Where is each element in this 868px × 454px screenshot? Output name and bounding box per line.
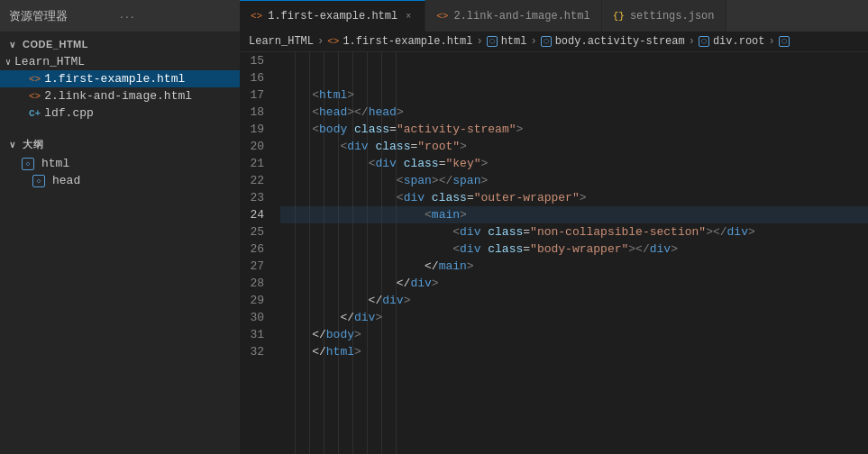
tab-icon-html: <> <box>251 11 262 22</box>
sidebar-group-header[interactable]: ∨ Learn_HTML <box>0 53 240 70</box>
line-number: 20 <box>240 138 271 155</box>
tab-label: settings.json <box>630 10 715 23</box>
tab-tab2[interactable]: <>2.link-and-image.html <box>425 0 601 32</box>
line-number: 32 <box>240 343 271 360</box>
code-line: </body> <box>280 326 868 343</box>
line-number: 17 <box>240 86 271 104</box>
code-line: <body class="activity-stream"> <box>280 121 868 138</box>
tab-bar: <>1.first-example.html×<>2.link-and-imag… <box>240 0 868 32</box>
code-line: </div> <box>280 309 868 326</box>
outline-section: ∨ 大纲 ◇ html ◇ head <box>0 131 240 189</box>
outline-item-head[interactable]: ◇ head <box>0 172 240 189</box>
sidebar: ∨ CODE_HTML ∨ Learn_HTML <> 1.first-exam… <box>0 32 240 454</box>
line-number: 16 <box>240 69 271 86</box>
code-line: <main> <box>280 206 868 223</box>
code-line: </div> <box>280 275 868 292</box>
tab-label: 1.first-example.html <box>268 10 397 23</box>
outline-title-label: 大纲 <box>23 139 43 150</box>
explorer-title-area: 资源管理器 ··· <box>0 8 240 24</box>
code-line: <span></span> <box>280 172 868 189</box>
code-content[interactable]: <html> <head></head> <body class="activi… <box>280 52 868 454</box>
main-area: ∨ CODE_HTML ∨ Learn_HTML <> 1.first-exam… <box>0 32 868 454</box>
outline-item-html[interactable]: ◇ html <box>0 155 240 172</box>
code-line <box>280 69 868 86</box>
tab-label: 2.link-and-image.html <box>453 10 589 23</box>
line-number: 18 <box>240 104 271 121</box>
breadcrumb-tag-icon: ⬡ <box>779 36 790 47</box>
html-file-icon: <> <box>29 74 41 85</box>
breadcrumb-sep: › <box>689 35 695 48</box>
code-line: <div class="root"> <box>280 138 868 155</box>
sidebar-group-label: Learn_HTML <box>14 55 85 68</box>
outline-item-label: head <box>52 174 80 187</box>
code-line <box>280 52 868 69</box>
sidebar-item-label: 1.first-example.html <box>44 72 185 86</box>
breadcrumb-html-icon: <> <box>327 36 339 47</box>
code-line: <head></head> <box>280 104 868 121</box>
tab-close-button[interactable]: × <box>403 11 414 23</box>
line-number: 25 <box>240 223 271 241</box>
breadcrumb-sep: › <box>317 35 324 48</box>
line-numbers: 151617181920212223242526272829303132 <box>240 52 280 454</box>
code-line: <html> <box>280 86 868 104</box>
code-line: <div class="outer-wrapper"> <box>280 189 868 206</box>
line-number: 19 <box>240 121 271 138</box>
sidebar-item-label: ldf.cpp <box>44 106 94 120</box>
line-number: 30 <box>240 309 271 326</box>
code-line: <div class="body-wrapper"></div> <box>280 241 868 258</box>
tab-tab3[interactable]: {}settings.json <box>602 0 726 32</box>
outline-title: ∨ 大纲 <box>0 131 240 155</box>
tab-tab1[interactable]: <>1.first-example.html× <box>240 0 425 32</box>
chevron-down-icon: ∨ <box>5 57 11 68</box>
breadcrumb-sep: › <box>769 35 775 48</box>
editor-area: Learn_HTML › <> 1.first-example.html › ⬡… <box>240 32 868 454</box>
line-number: 29 <box>240 292 271 309</box>
sidebar-section-title: ∨ CODE_HTML <box>0 32 240 53</box>
line-number: 24 <box>240 206 271 223</box>
sidebar-item-first-example[interactable]: <> 1.first-example.html <box>0 70 240 87</box>
title-bar: 资源管理器 ··· <>1.first-example.html×<>2.lin… <box>0 0 868 32</box>
sidebar-group-learn-html[interactable]: ∨ Learn_HTML <> 1.first-example.html <> … <box>0 53 240 122</box>
code-editor[interactable]: 151617181920212223242526272829303132 <ht… <box>240 52 868 454</box>
line-number: 26 <box>240 241 271 258</box>
line-number: 28 <box>240 275 271 292</box>
sidebar-item-label: 2.link-and-image.html <box>44 89 192 103</box>
code-line: </html> <box>280 343 868 360</box>
breadcrumb-item-html: html <box>501 35 527 48</box>
html-file-icon: <> <box>29 91 41 102</box>
breadcrumb-tag-icon: ⬡ <box>487 36 498 47</box>
explorer-menu-dots[interactable]: ··· <box>120 9 231 23</box>
code-line: <div class="key"> <box>280 155 868 172</box>
breadcrumb-item-file: 1.first-example.html <box>343 35 472 48</box>
sidebar-item-ldf-cpp[interactable]: C+ ldf.cpp <box>0 104 240 122</box>
breadcrumb-item-body: body.activity-stream <box>555 35 685 48</box>
breadcrumb-item-learn-html: Learn_HTML <box>249 35 314 48</box>
code-line: </div> <box>280 292 868 309</box>
explorer-title: 资源管理器 <box>9 8 120 24</box>
line-number: 31 <box>240 326 271 343</box>
tab-icon-html: <> <box>436 11 448 22</box>
breadcrumb-tag-icon: ⬡ <box>699 36 709 47</box>
line-number: 15 <box>240 52 271 69</box>
outline-tag-icon: ◇ <box>22 158 34 170</box>
breadcrumb-item-divroot: div.root <box>713 35 765 48</box>
breadcrumb-sep: › <box>476 35 482 48</box>
code-line: </main> <box>280 258 868 275</box>
cpp-file-icon: C+ <box>29 108 41 119</box>
outline-item-label: html <box>41 157 69 170</box>
code-line: <div class="non-collapsible-section"></d… <box>280 223 868 241</box>
line-number: 21 <box>240 155 271 172</box>
tab-icon-json: {} <box>613 11 625 22</box>
breadcrumb-sep: › <box>530 35 536 48</box>
breadcrumb-tag-icon: ⬡ <box>541 36 552 47</box>
breadcrumb: Learn_HTML › <> 1.first-example.html › ⬡… <box>240 32 868 52</box>
line-number: 23 <box>240 189 271 206</box>
line-number: 22 <box>240 172 271 189</box>
line-number: 27 <box>240 258 271 275</box>
outline-tag-icon: ◇ <box>32 175 45 187</box>
sidebar-item-link-and-image[interactable]: <> 2.link-and-image.html <box>0 87 240 104</box>
